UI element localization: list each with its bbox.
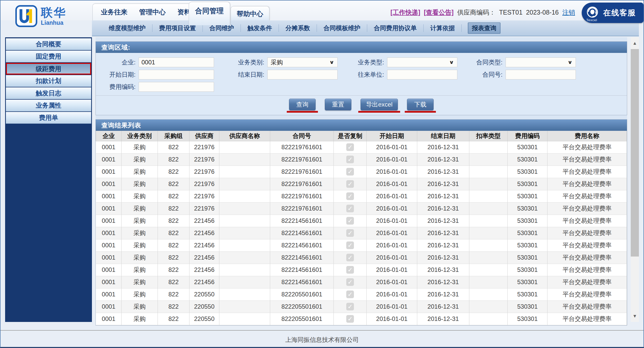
table-cell: 530301 xyxy=(508,300,547,313)
table-cell: 2016-01-01 xyxy=(367,153,417,166)
copied-cell: ✓ xyxy=(334,227,367,239)
query-panel: 查询区域: 企业: 业务类别: 采购 ∨ 业务类型: ∨ 合同类型: xyxy=(96,41,627,115)
table-cell: 采购 xyxy=(122,166,158,178)
table-cell: 822205501601 xyxy=(270,300,334,313)
scroll-up-arrow-icon[interactable]: ▲ xyxy=(631,37,639,49)
table-cell: 2016-12-31 xyxy=(417,227,469,239)
copied-cell: ✓ xyxy=(334,300,367,313)
table-cell xyxy=(469,215,508,227)
table-cell xyxy=(469,227,508,239)
logo-cn: 联华 xyxy=(41,7,66,18)
subtab-fee-item-setup[interactable]: 费用项目设置 xyxy=(152,24,203,32)
table-row: 0001采购822221976822219761601✓2016-01-0120… xyxy=(96,178,627,190)
copied-checkbox: ✓ xyxy=(346,254,354,261)
table-cell: 2016-12-31 xyxy=(417,178,469,190)
table-cell: 平台交易处理费率 xyxy=(547,251,627,264)
table-row: 0001采购822220550822205501601✓2016-01-0120… xyxy=(96,313,627,325)
table-cell: 221456 xyxy=(189,264,219,276)
table-cell: 采购 xyxy=(122,300,158,313)
table-cell: 采购 xyxy=(122,251,158,264)
subtab-report-query[interactable]: 报表查询 xyxy=(468,22,500,34)
logout-link[interactable]: 注销 xyxy=(562,8,575,17)
table-cell: 530301 xyxy=(508,227,547,239)
work-express-link[interactable]: [工作快递] xyxy=(390,8,420,17)
table-cell xyxy=(469,251,508,264)
column-header: 供应商 xyxy=(189,131,219,141)
subtab-dimension-model-maintenance[interactable]: 维度模型维护 xyxy=(102,24,152,32)
chevron-down-icon: ∨ xyxy=(568,60,573,65)
reset-button[interactable]: 重置 xyxy=(325,99,351,110)
partner-input[interactable] xyxy=(387,70,457,79)
biz-category-select[interactable]: 采购 ∨ xyxy=(267,57,338,67)
table-cell xyxy=(219,215,270,227)
scroll-down-arrow-icon[interactable]: ▼ xyxy=(631,310,639,322)
enterprise-input[interactable] xyxy=(139,57,214,67)
subtab-contract-maintenance[interactable]: 合同维护 xyxy=(203,24,241,32)
table-cell xyxy=(469,153,508,166)
fee-code-input[interactable] xyxy=(139,82,214,92)
vertical-scrollbar[interactable]: ▲ ▼ xyxy=(631,37,639,322)
results-panel-title: 查询结果列表 xyxy=(96,120,627,131)
scrollbar-thumb[interactable] xyxy=(631,49,639,257)
copied-checkbox: ✓ xyxy=(346,229,354,237)
table-cell: 822 xyxy=(158,178,189,190)
table-cell: 822214561601 xyxy=(270,227,334,239)
table-cell: 822 xyxy=(158,215,189,227)
tab-management-center[interactable]: 管理中心 xyxy=(139,8,166,17)
tab-business-dealings[interactable]: 业务往来 xyxy=(101,8,127,17)
start-date-input[interactable] xyxy=(139,70,214,79)
sidebar-item-fee-bill[interactable]: 费用单 xyxy=(6,112,91,124)
table-cell: 2016-12-31 xyxy=(417,141,469,153)
subtab-contract-fee-agreement[interactable]: 合同费用协议单 xyxy=(367,24,424,32)
table-cell: 530301 xyxy=(508,141,547,153)
biz-type-select[interactable]: ∨ xyxy=(387,57,457,67)
table-row: 0001采购822221456822214561601✓2016-01-0120… xyxy=(96,264,627,276)
table-cell: 2016-12-31 xyxy=(417,251,469,264)
sidebar-item-tier-fee[interactable]: 级距费用 xyxy=(6,63,91,75)
sidebar-item-trigger-log[interactable]: 触发日志 xyxy=(6,87,91,99)
copied-checkbox: ✓ xyxy=(346,241,354,249)
sidebar-item-contract-summary[interactable]: 合同概要 xyxy=(6,38,91,50)
table-cell: 822 xyxy=(158,190,189,202)
customer-service-headset-icon xyxy=(586,6,599,20)
current-date: 2023-08-16 xyxy=(526,9,559,16)
copied-cell: ✓ xyxy=(334,276,367,288)
export-excel-button[interactable]: 导出excel xyxy=(361,99,398,110)
table-cell: 822 xyxy=(158,239,189,251)
subtab-allocation-coefficient[interactable]: 分摊系数 xyxy=(279,24,317,32)
supplier-code-label: 供应商编码： xyxy=(457,8,495,17)
tab-help-center[interactable]: 帮助中心 xyxy=(231,6,269,20)
subtab-contract-template-maintenance[interactable]: 合同模板维护 xyxy=(317,24,367,32)
table-cell: 2016-01-01 xyxy=(367,190,417,202)
sidebar-item-business-attribute[interactable]: 业务属性 xyxy=(6,100,91,111)
table-cell xyxy=(469,264,508,276)
table-cell: 0001 xyxy=(96,215,122,227)
copied-checkbox: ✓ xyxy=(346,192,354,200)
table-cell: 0001 xyxy=(96,239,122,251)
online-service-badge[interactable]: Texcel 在线客服 xyxy=(582,3,643,23)
table-cell: 221456 xyxy=(189,215,219,227)
copied-checkbox: ✓ xyxy=(346,143,354,151)
table-row: 0001采购822221456822214561601✓2016-01-0120… xyxy=(96,215,627,227)
lianhua-logo-icon xyxy=(15,5,37,27)
sidebar-item-fixed-fee[interactable]: 固定费用 xyxy=(6,51,91,62)
subtab-trigger-condition[interactable]: 触发条件 xyxy=(241,24,279,32)
download-button[interactable]: 下载 xyxy=(407,99,434,110)
sidebar-item-deduction-plan[interactable]: 扣款计划 xyxy=(6,75,91,87)
sidebar: 合同概要 固定费用 级距费用 扣款计划 触发日志 业务属性 费用单 xyxy=(5,37,92,322)
end-date-input[interactable] xyxy=(267,70,338,79)
table-cell xyxy=(219,251,270,264)
fee-code-label: 费用编码: xyxy=(97,83,136,91)
view-notice-link[interactable]: [查看公告] xyxy=(424,8,454,17)
table-cell: 822214561601 xyxy=(270,215,334,227)
table-cell: 2016-12-31 xyxy=(417,276,469,288)
copied-cell: ✓ xyxy=(334,153,367,166)
tab-contract-management[interactable]: 合同管理 xyxy=(189,2,230,25)
subtab-calculation-basis[interactable]: 计算依据 xyxy=(424,24,462,32)
table-cell: 平台交易处理费率 xyxy=(547,190,627,202)
table-cell: 平台交易处理费率 xyxy=(547,141,627,153)
contract-no-input[interactable] xyxy=(506,70,576,79)
query-button[interactable]: 查询 xyxy=(289,99,316,110)
contract-type-select[interactable]: ∨ xyxy=(506,57,576,67)
table-cell: 采购 xyxy=(122,227,158,239)
